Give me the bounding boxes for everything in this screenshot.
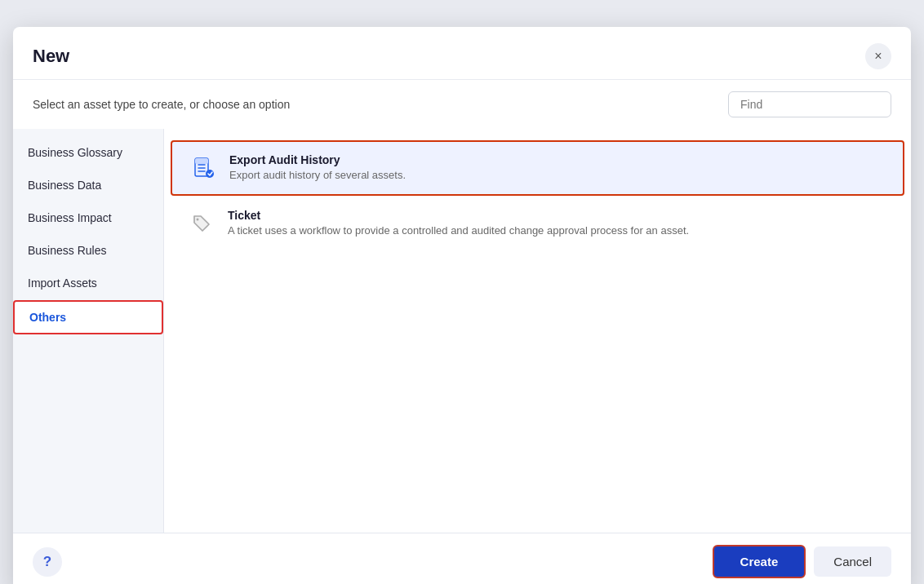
content-item-desc: A ticket uses a workflow to provide a co… bbox=[228, 224, 689, 237]
modal-footer: ? Create Cancel bbox=[13, 533, 911, 584]
content-item-text-ticket: Ticket A ticket uses a workflow to provi… bbox=[228, 209, 689, 237]
sidebar-item-others[interactable]: Others bbox=[13, 300, 163, 334]
content-item-text-export-audit-history: Export Audit History Export audit histor… bbox=[229, 153, 406, 181]
content-item-desc: Export audit history of several assets. bbox=[229, 169, 406, 181]
cancel-button[interactable]: Cancel bbox=[814, 546, 891, 577]
content-area: Export Audit History Export audit histor… bbox=[164, 129, 911, 533]
document-icon bbox=[189, 153, 218, 183]
modal-description: Select an asset type to create, or choos… bbox=[33, 98, 290, 111]
content-item-ticket[interactable]: Ticket A ticket uses a workflow to provi… bbox=[171, 197, 904, 250]
close-button[interactable]: × bbox=[865, 43, 891, 69]
sidebar-item-label: Business Impact bbox=[28, 211, 112, 224]
modal-subheader: Select an asset type to create, or choos… bbox=[13, 80, 911, 129]
sidebar-item-business-impact[interactable]: Business Impact bbox=[13, 202, 163, 233]
modal-overlay: New × Select an asset type to create, or… bbox=[13, 16, 911, 584]
sidebar-item-label: Import Assets bbox=[28, 277, 97, 290]
modal-body: Business Glossary Business Data Business… bbox=[13, 129, 911, 533]
sidebar-item-label: Business Data bbox=[28, 179, 101, 192]
sidebar-item-business-glossary[interactable]: Business Glossary bbox=[13, 137, 163, 168]
svg-point-6 bbox=[197, 219, 199, 221]
sidebar-item-business-rules[interactable]: Business Rules bbox=[13, 235, 163, 266]
sidebar-item-business-data[interactable]: Business Data bbox=[13, 170, 163, 201]
modal-header: New × bbox=[13, 27, 911, 80]
footer-right: Create Cancel bbox=[713, 545, 891, 578]
sidebar-item-label: Others bbox=[29, 311, 66, 324]
svg-point-5 bbox=[206, 170, 214, 178]
sidebar: Business Glossary Business Data Business… bbox=[13, 129, 164, 533]
create-button[interactable]: Create bbox=[713, 545, 806, 578]
find-input[interactable] bbox=[728, 91, 891, 117]
modal: New × Select an asset type to create, or… bbox=[13, 27, 911, 584]
tag-icon bbox=[187, 209, 216, 238]
svg-rect-1 bbox=[195, 158, 208, 164]
sidebar-item-label: Business Rules bbox=[28, 244, 107, 257]
modal-title: New bbox=[33, 46, 69, 67]
content-item-title: Export Audit History bbox=[229, 153, 406, 166]
content-item-export-audit-history[interactable]: Export Audit History Export audit histor… bbox=[171, 140, 904, 196]
content-item-title: Ticket bbox=[228, 209, 689, 222]
sidebar-item-import-assets[interactable]: Import Assets bbox=[13, 268, 163, 299]
help-button[interactable]: ? bbox=[33, 547, 62, 577]
sidebar-item-label: Business Glossary bbox=[28, 146, 122, 159]
